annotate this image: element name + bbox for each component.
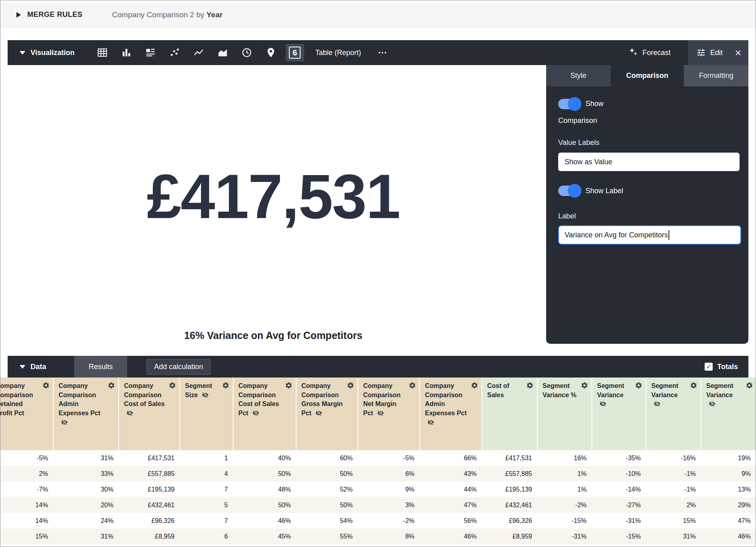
eye-slash-icon[interactable] [600, 400, 606, 409]
eye-slash-icon[interactable] [252, 409, 259, 418]
table-row: 14%24%£96,326746%54%-2%56%£96,326-15%-31… [0, 513, 756, 529]
results-table: Company Comparison Retained Profit PctCo… [0, 378, 756, 544]
tab-comparison[interactable]: Comparison [611, 65, 684, 86]
table-row: 15%31%£8,959645%55%8%46%£8,959-31%-15%31… [0, 529, 756, 544]
show-label-row: Show Label [558, 186, 738, 196]
table-cell: 4 [180, 466, 234, 482]
report-icon[interactable] [141, 44, 160, 61]
table-header-row: Company Comparison Retained Profit PctCo… [0, 378, 756, 450]
show-comparison-toggle[interactable] [558, 99, 580, 109]
line-chart-icon[interactable] [189, 44, 208, 61]
tab-formatting[interactable]: Formatting [684, 65, 748, 86]
label-input[interactable]: Variance on Avg for Competitors [558, 225, 741, 245]
column-settings-gear-icon[interactable] [42, 382, 50, 392]
table-cell: 8% [358, 529, 420, 544]
visualization-label: Visualization [30, 49, 75, 57]
eye-slash-icon[interactable] [126, 409, 133, 418]
eye-slash-icon[interactable] [202, 391, 209, 400]
column-header[interactable]: Company Comparison Gross Margin Pct [297, 378, 358, 450]
table-cell: 9% [701, 466, 756, 482]
bar-chart-icon[interactable] [117, 44, 136, 61]
column-header[interactable]: Segment Size [180, 378, 234, 450]
column-settings-gear-icon[interactable] [581, 382, 588, 392]
column-header[interactable]: Segment Variance [592, 378, 646, 450]
column-settings-gear-icon[interactable] [108, 382, 115, 392]
eye-slash-icon[interactable] [61, 418, 68, 427]
results-tab[interactable]: Results [74, 356, 127, 378]
column-settings-gear-icon[interactable] [222, 382, 230, 392]
table-cell: £8,959 [119, 529, 180, 544]
column-settings-gear-icon[interactable] [690, 382, 697, 392]
table-cell: 54% [297, 513, 358, 529]
column-label: Company Comparison Cost of Sales [124, 382, 165, 416]
table-cell: 14% [0, 497, 54, 513]
eye-slash-icon[interactable] [654, 400, 660, 409]
table-cell: 66% [420, 450, 482, 466]
scatter-plot-icon[interactable] [165, 44, 184, 61]
chevron-down-icon [20, 365, 25, 369]
toolbar-right-group: Forecast Edit [628, 40, 748, 65]
forecast-button[interactable]: Forecast [628, 47, 671, 59]
column-label: Company Comparison Net Margin Pct [363, 382, 400, 416]
totals-label: Totals [717, 363, 738, 371]
visualization-section-toggle[interactable]: Visualization [20, 49, 75, 57]
close-icon[interactable] [734, 49, 742, 57]
value-labels-select[interactable]: Show as Value [558, 153, 740, 171]
toggle-knob [568, 97, 581, 111]
totals-checkbox[interactable]: ✓ [705, 363, 713, 371]
table-cell: -35% [592, 450, 646, 466]
show-label-toggle[interactable] [558, 186, 580, 196]
table-cell: 33% [54, 466, 119, 482]
column-label: Cost of Sales [487, 382, 509, 398]
column-settings-gear-icon[interactable] [408, 382, 416, 392]
label-input-value: Variance on Avg for Competitors [565, 231, 668, 239]
table-cell: 50% [234, 466, 297, 482]
map-pin-icon[interactable] [262, 44, 280, 61]
table-cell: 45% [234, 529, 297, 544]
column-settings-gear-icon[interactable] [347, 382, 354, 392]
table-cell: 5 [180, 497, 234, 513]
table-cell: -27% [592, 497, 646, 513]
column-header[interactable]: Company Comparison Net Margin Pct [358, 378, 420, 450]
merge-rules-expander[interactable]: MERGE RULES [16, 10, 83, 19]
area-chart-icon[interactable] [213, 44, 232, 61]
eye-slash-icon[interactable] [315, 409, 322, 418]
column-header[interactable]: Cost of Sales [482, 378, 538, 450]
column-header[interactable]: Company Comparison Admin Expenses Pct [420, 378, 482, 450]
gauge-icon[interactable] [238, 44, 256, 61]
data-section-toggle[interactable]: Data [20, 363, 46, 371]
column-header[interactable]: Company Comparison Cost of Sales [119, 378, 180, 450]
column-header[interactable]: Company Comparison Retained Profit Pct [0, 378, 54, 450]
column-settings-gear-icon[interactable] [746, 382, 753, 392]
column-header[interactable]: Company Comparison Cost of Sales Pct [234, 378, 297, 450]
eye-slash-icon[interactable] [427, 418, 434, 427]
eye-slash-icon[interactable] [377, 409, 384, 418]
add-calculation-button[interactable]: Add calculation [146, 359, 211, 375]
column-settings-gear-icon[interactable] [169, 382, 176, 392]
column-header[interactable]: Company Comparison Admin Expenses Pct [54, 378, 119, 450]
column-header[interactable]: Segment Variance % [538, 378, 592, 450]
table-cell: 2% [0, 466, 54, 482]
column-settings-gear-icon[interactable] [526, 382, 534, 392]
tab-style[interactable]: Style [546, 65, 611, 86]
column-settings-gear-icon[interactable] [635, 382, 642, 392]
table-cell: 20% [54, 497, 119, 513]
eye-slash-icon[interactable] [709, 400, 715, 409]
table-cell: 1% [538, 482, 592, 497]
edit-button[interactable]: Edit [688, 40, 748, 65]
more-options-icon[interactable] [377, 47, 388, 58]
table-cell: 31% [646, 529, 701, 544]
column-settings-gear-icon[interactable] [471, 382, 478, 392]
table-cell: 19% [701, 450, 756, 466]
table-cell: 14% [0, 513, 54, 529]
show-comparison-row: Show Comparison [558, 95, 634, 129]
column-settings-gear-icon[interactable] [285, 382, 293, 392]
table-cell: 2% [646, 497, 701, 513]
table-icon[interactable] [93, 44, 112, 61]
table-cell: 15% [646, 513, 701, 529]
numeric-single-value-icon[interactable]: 6 [286, 44, 304, 61]
column-header[interactable]: Segment Variance [646, 378, 701, 450]
column-label: Company Comparison Gross Margin Pct [301, 382, 343, 416]
text-cursor [669, 230, 669, 240]
column-header[interactable]: Segment Variance [701, 378, 756, 450]
